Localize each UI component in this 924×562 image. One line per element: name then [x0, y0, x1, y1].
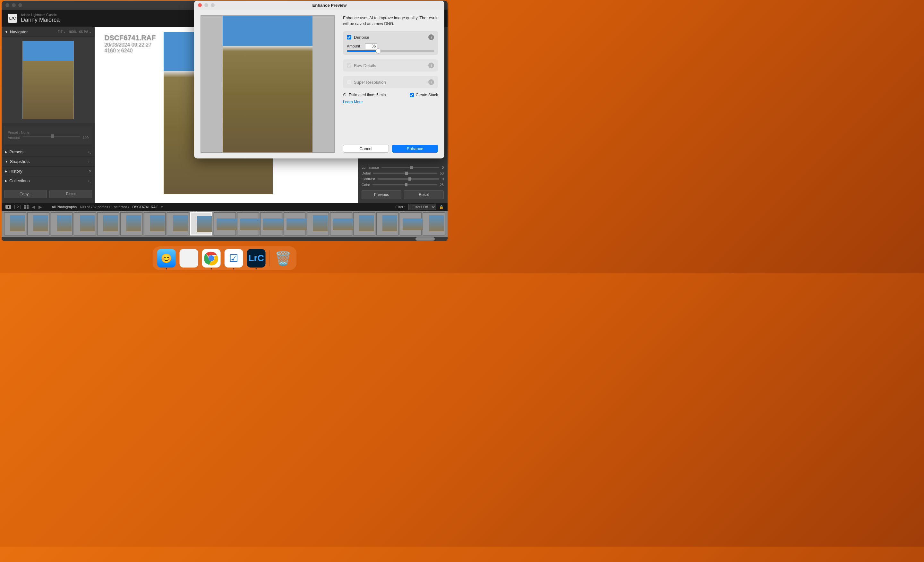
- amount-value[interactable]: 36: [365, 43, 377, 49]
- info-icon[interactable]: i: [428, 34, 434, 40]
- dock-lightroom[interactable]: LrC: [247, 249, 266, 268]
- zoom-fit[interactable]: FIT ⌄: [58, 30, 66, 34]
- close-icon[interactable]: [198, 3, 202, 7]
- thumbnail[interactable]: 529: [284, 212, 305, 235]
- thumbnail[interactable]: 521: [97, 212, 119, 235]
- navigator-header[interactable]: ▼ Navigator FIT ⌄ 100% 66.7% ⌄: [2, 27, 94, 37]
- navigator-label: Navigator: [10, 30, 28, 34]
- enhance-button[interactable]: Enhance: [392, 145, 438, 153]
- user-name: Danny Maiorca: [21, 16, 60, 23]
- meta-datetime: 20/03/2024 09:22:27: [104, 42, 156, 48]
- traffic-lights[interactable]: [6, 3, 22, 7]
- panel-collections[interactable]: ▶Collections+.: [2, 176, 94, 186]
- super-resolution-checkbox: [347, 80, 351, 84]
- filter-select[interactable]: Filters Off: [408, 204, 436, 210]
- thumbnail[interactable]: 522: [120, 212, 142, 235]
- denoise-label: Denoise: [354, 35, 369, 40]
- raw-details-checkbox: [347, 63, 351, 68]
- raw-details-label: Raw Details: [354, 63, 376, 68]
- left-panel: ▼ Navigator FIT ⌄ 100% 66.7% ⌄ Preset : …: [2, 27, 94, 203]
- traffic-lights[interactable]: [198, 3, 214, 7]
- macos-dock: 😊 ☑ LrC 🗑️: [153, 246, 297, 270]
- amount-label: Amount: [347, 44, 360, 48]
- paste-button[interactable]: Paste: [50, 190, 92, 198]
- enhance-dialog: Enhance Preview Enhance uses AI to impro…: [194, 1, 444, 159]
- thumbnail[interactable]: 535: [423, 212, 445, 235]
- dock-finder[interactable]: 😊: [157, 249, 176, 268]
- thumbnail[interactable]: 526: [214, 212, 236, 235]
- thumbnail[interactable]: 518: [27, 212, 49, 235]
- meta-filename: DSCF6741.RAF: [104, 34, 156, 42]
- denoise-checkbox[interactable]: [347, 35, 351, 39]
- thumbnail[interactable]: 520: [74, 212, 96, 235]
- disclosure-triangle-icon: ▼: [5, 30, 8, 34]
- enhance-preview-image[interactable]: [201, 15, 334, 153]
- thumbnail[interactable]: 533: [376, 212, 398, 235]
- thumbnail[interactable]: 519: [51, 212, 72, 235]
- filmstrip-scrollbar[interactable]: [2, 237, 448, 241]
- learn-more-link[interactable]: Learn More: [343, 100, 438, 104]
- dock-separator: [270, 250, 270, 266]
- collection-name[interactable]: All Photographs: [52, 205, 76, 209]
- thumbnail[interactable]: 532: [353, 212, 375, 235]
- cancel-button[interactable]: Cancel: [343, 145, 389, 153]
- meta-dimensions: 4160 x 6240: [104, 48, 156, 54]
- estimated-time: Estimated time: 5 min.: [349, 93, 387, 97]
- dock-launchpad[interactable]: [180, 249, 198, 268]
- create-stack-label: Create Stack: [416, 93, 438, 97]
- thumbnail[interactable]: 530: [307, 212, 328, 235]
- panel-presets[interactable]: ▶Presets+.: [2, 147, 94, 157]
- dock-things[interactable]: ☑: [225, 249, 243, 268]
- filmstrip[interactable]: 5175185195205215225235245255265275285295…: [2, 211, 448, 237]
- filmstrip-area: 1 2 ◀ ▶ All Photographs 609 of 782 photo…: [2, 203, 448, 241]
- thumbnail[interactable]: 527: [237, 212, 259, 235]
- thumbnail[interactable]: 517: [4, 212, 26, 235]
- image-metadata-overlay: DSCF6741.RAF 20/03/2024 09:22:27 4160 x …: [104, 34, 156, 54]
- denoise-section: Denoise i Amount 36: [343, 31, 438, 55]
- thumbnail[interactable]: 523: [144, 212, 165, 235]
- zoom-667[interactable]: 66.7% ⌄: [79, 30, 92, 34]
- enhance-titlebar: Enhance Preview: [194, 1, 444, 10]
- nav-forward-icon[interactable]: ▶: [39, 204, 42, 210]
- raw-details-section: Raw Details i: [343, 59, 438, 72]
- dock-chrome[interactable]: [202, 249, 221, 268]
- panel-history[interactable]: ▶History×: [2, 166, 94, 176]
- nav-back-icon[interactable]: ◀: [32, 204, 35, 210]
- super-resolution-label: Super Resolution: [354, 80, 386, 85]
- brand-label: Adobe Lightroom Classic: [21, 13, 60, 16]
- thumbnail[interactable]: 525: [190, 212, 212, 235]
- create-stack-checkbox[interactable]: [410, 93, 414, 97]
- thumbnail[interactable]: 531: [330, 212, 352, 235]
- info-icon[interactable]: i: [428, 79, 434, 85]
- amount-slider[interactable]: [347, 50, 434, 52]
- thumbnail[interactable]: 524: [167, 212, 189, 235]
- page-other[interactable]: 2: [14, 205, 21, 209]
- stopwatch-icon: ⏱: [343, 93, 347, 97]
- copy-button[interactable]: Copy...: [4, 190, 47, 198]
- lrc-logo: LrC: [8, 14, 17, 23]
- photo-count: 609 of 782 photos / 1 selected /: [80, 205, 129, 209]
- thumbnail[interactable]: 534: [400, 212, 422, 235]
- preset-preview-box: Preset : None Amount100: [4, 126, 92, 144]
- dock-trash[interactable]: 🗑️: [274, 249, 292, 268]
- filter-label: Filter :: [395, 205, 405, 209]
- thumbnail[interactable]: 528: [260, 212, 282, 235]
- super-resolution-section: Super Resolution i: [343, 76, 438, 88]
- page-current[interactable]: 1: [6, 205, 11, 209]
- filmstrip-toolbar: 1 2 ◀ ▶ All Photographs 609 of 782 photo…: [2, 203, 448, 211]
- zoom-100[interactable]: 100%: [68, 30, 76, 34]
- info-icon[interactable]: i: [428, 63, 434, 68]
- navigator-preview[interactable]: [2, 37, 94, 123]
- selected-filename[interactable]: DSCF6741.RAF: [132, 205, 158, 209]
- previous-button[interactable]: Previous: [362, 190, 401, 199]
- enhance-title: Enhance Preview: [214, 3, 444, 8]
- reset-button[interactable]: Reset: [404, 190, 444, 199]
- filter-lock-icon[interactable]: 🔒: [439, 205, 444, 209]
- grid-view-icon[interactable]: [24, 205, 28, 209]
- enhance-description: Enhance uses AI to improve image quality…: [343, 15, 438, 27]
- panel-snapshots[interactable]: ▼Snapshots+.: [2, 157, 94, 166]
